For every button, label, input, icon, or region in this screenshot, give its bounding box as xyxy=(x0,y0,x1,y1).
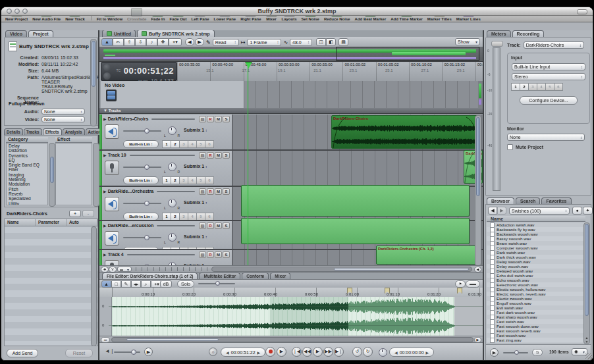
selection-timecode-field[interactable]: ◀00:00:00:00▶ xyxy=(389,348,434,357)
editor-view-buttons[interactable]: ▬▬ xyxy=(466,280,480,288)
track-output-select[interactable]: Built-in Lin ↕ xyxy=(123,213,159,221)
playhead-timecode-field[interactable]: ◀00:00:51:22▶ xyxy=(221,348,265,357)
category-item[interactable]: Imaging xyxy=(7,172,47,177)
track-output-select[interactable]: Built-in Lin ↕ xyxy=(123,176,159,184)
envelope-icon[interactable]: ✎ xyxy=(206,39,211,45)
lower-pane-tab[interactable]: Conform xyxy=(242,273,269,279)
audio-clip[interactable]: DarkRiders-Orchestra (Ch. 1,2) xyxy=(376,246,481,265)
track-record-button[interactable]: R xyxy=(207,251,214,258)
category-item[interactable]: Pitch xyxy=(7,187,47,192)
browser-preview-play-button[interactable]: ▶ xyxy=(490,348,499,357)
effects-pane-tab[interactable]: Effects xyxy=(43,128,62,135)
track-volume-slider[interactable] xyxy=(123,130,161,132)
track-arm-button[interactable]: ▧ xyxy=(199,116,206,122)
reset-button[interactable]: Reset xyxy=(65,349,93,357)
track-disclosure-icon[interactable]: ▶ xyxy=(103,252,107,257)
category-item[interactable]: Delay xyxy=(7,143,47,148)
browser-home-button[interactable]: ✦ xyxy=(583,207,593,215)
category-item[interactable]: Metering xyxy=(7,177,47,182)
tc-step-down[interactable]: ◀ xyxy=(226,350,229,355)
browser-file-row[interactable]: Evil swish.wav xyxy=(487,305,585,310)
track-solo-button[interactable]: S xyxy=(223,188,230,195)
window-resize-grip[interactable] xyxy=(585,353,592,359)
editor-pencil-tool[interactable]: ✎ xyxy=(121,280,131,288)
snap-icon[interactable]: ↦ xyxy=(241,39,246,45)
browser-file-row[interactable]: Bassy swoosh.wav xyxy=(487,236,585,241)
tc2-step-up[interactable]: ▶ xyxy=(426,350,429,355)
browser-file-row[interactable]: Beam swish.wav xyxy=(487,241,585,246)
track-header[interactable]: ▶ DarkRide...ercussion ▧ R M S LR Submi xyxy=(99,221,232,249)
pullup-select[interactable]: None↕ xyxy=(41,109,85,115)
track-channel-buttons[interactable]: 123456 xyxy=(163,176,214,184)
document-tab[interactable]: Buffy SNDTRCK wrk 2.stmp xyxy=(137,30,215,37)
pullup-select[interactable]: None↕ xyxy=(41,117,85,122)
browser-tab[interactable]: Browser xyxy=(487,197,514,204)
scrub-knob[interactable] xyxy=(379,348,387,357)
shuttle-wheel[interactable] xyxy=(103,72,111,80)
loop-button[interactable]: ↻ xyxy=(363,347,373,357)
track-submix-select[interactable]: Submix 1 ↕ xyxy=(184,128,207,132)
go-to-start-button[interactable]: ❘◀ xyxy=(292,347,302,357)
tc2-step-down[interactable]: ◀ xyxy=(394,350,398,355)
editor-audition-tool[interactable]: ◂▸ xyxy=(131,280,141,288)
category-item[interactable]: Dynamics xyxy=(7,153,47,158)
db-scale-button[interactable]: dB xyxy=(160,280,172,288)
track-disclosure-icon[interactable]: ▶ xyxy=(103,223,107,228)
track-record-button[interactable]: R xyxy=(207,116,214,122)
configure-device-button[interactable]: Configure Device... xyxy=(520,96,578,105)
category-item[interactable]: Distortion xyxy=(7,148,47,153)
browser-file-row[interactable]: Abduction swish.wav xyxy=(487,222,585,227)
category-item[interactable]: Specialized xyxy=(7,196,47,201)
browser-file-row[interactable]: Delayed woosh.wav xyxy=(487,269,585,273)
hand-tool-button[interactable]: ✥ xyxy=(157,38,169,46)
track-name[interactable]: DarkRiders-Choirs xyxy=(108,117,149,121)
audio-clip[interactable] xyxy=(241,218,470,244)
remove-effect-button[interactable]: - xyxy=(82,210,94,217)
cycle-button[interactable]: ↺ xyxy=(352,347,362,357)
category-item[interactable]: Modulation xyxy=(7,182,47,186)
editor-h-scrollbar[interactable] xyxy=(111,337,473,342)
track-mute-button[interactable]: M xyxy=(215,152,222,159)
scrub-tool-button[interactable]: ♪ xyxy=(146,38,157,46)
automation-mode-select[interactable]: Read↕ xyxy=(213,39,239,46)
stamp-tool-button[interactable]: ⇩ xyxy=(135,38,146,46)
track-arm-button[interactable]: ▧ xyxy=(199,222,206,229)
effects-pane-tab[interactable]: Details xyxy=(4,128,23,135)
parameter-column-header[interactable]: Name xyxy=(5,219,36,226)
category-item[interactable]: Filter xyxy=(7,167,47,172)
input-device-select[interactable]: Built-in Line Input↕ xyxy=(512,63,585,70)
effect-column-header[interactable]: Effect xyxy=(55,137,92,143)
track-volume-slider[interactable] xyxy=(123,203,161,204)
browser-file-row[interactable]: Fast swish.wav xyxy=(487,319,585,324)
parameter-column-header[interactable]: Parameter xyxy=(36,219,67,226)
track-mute-button[interactable]: M xyxy=(215,251,222,258)
track-solo-button[interactable]: S xyxy=(223,251,230,258)
browser-preview-volume[interactable] xyxy=(503,352,528,353)
track-name[interactable]: Track 10 xyxy=(108,153,126,157)
track-submix-select[interactable]: Submix 1 ↕ xyxy=(184,234,207,239)
go-to-end-button[interactable]: ▶❘ xyxy=(334,347,344,357)
tracks-vertical-scrollbar[interactable] xyxy=(475,115,481,266)
blade-tool-button[interactable]: ✂ xyxy=(113,38,124,46)
track-disclosure-icon[interactable]: ▶ xyxy=(103,189,107,194)
zoom-tool-button[interactable]: ⌖▾ xyxy=(169,38,182,46)
preview-play-button[interactable]: ▶ xyxy=(144,348,153,356)
right-pane-tab[interactable]: Recording xyxy=(512,30,545,37)
editor-level-slider[interactable] xyxy=(198,283,235,284)
browser-scrollbar[interactable]: ▲▼ xyxy=(583,222,590,344)
browser-file-row[interactable]: Fast sharp woosh.wav xyxy=(487,315,585,319)
track-header[interactable]: ▶ Track 4 ▧ R M S LR Submix 1 ↕ xyxy=(99,250,232,265)
track-submix-select[interactable]: Submix 1 ↕ xyxy=(184,200,207,205)
scroll-left-button[interactable]: ◀ xyxy=(474,267,481,273)
track-mute-button[interactable]: M xyxy=(215,188,222,195)
category-item[interactable]: Reverb xyxy=(7,192,47,196)
lower-pane-tab[interactable]: File Editor: DarkRiders-Choirs.stap (1 o… xyxy=(102,273,198,279)
editor-marker-button[interactable]: ⚑ xyxy=(455,280,466,288)
solo-button[interactable]: Solo xyxy=(177,280,194,288)
fast-forward-button[interactable]: ▶▶ xyxy=(323,347,333,357)
editor-waveform-area[interactable]: 0 0 xyxy=(99,297,483,336)
disclosure-triangle-icon[interactable]: ▼ xyxy=(103,109,107,113)
tc-step-up[interactable]: ▶ xyxy=(257,350,261,355)
track-lane[interactable] xyxy=(232,151,483,186)
category-item[interactable]: Utility xyxy=(7,201,47,205)
